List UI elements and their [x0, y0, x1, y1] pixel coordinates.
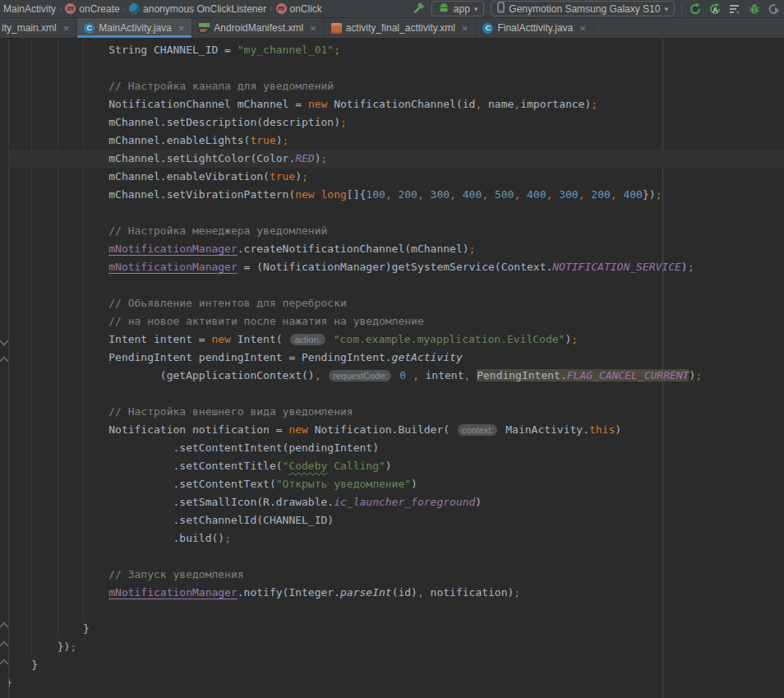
code-line[interactable]: }); [0, 638, 784, 656]
code-token: }) [58, 640, 71, 653]
code-line[interactable]: .build(); [0, 529, 784, 548]
code-line[interactable]: mChannel.setDescription(description); [0, 113, 784, 132]
code-line[interactable]: .setContentIntent(pendingIntent) [0, 439, 784, 457]
code-line[interactable] [0, 59, 784, 77]
indent [6, 134, 108, 146]
code-line[interactable]: // Настройка канала для уведомлений [0, 77, 784, 95]
breadcrumb-label: anonymous OnClickListener [143, 3, 266, 15]
breadcrumb-item[interactable]: anonymous OnClickListener [127, 3, 268, 15]
run-toolbar: app ▾ Genymotion Samsung Galaxy S10 ▾ [408, 0, 784, 18]
attach-debugger-icon[interactable] [745, 1, 764, 17]
code-line[interactable]: // Настройка внешнего вида уведомления [0, 403, 784, 421]
close-tab-icon[interactable]: × [63, 23, 70, 34]
rerun-activity-icon[interactable] [685, 1, 705, 17]
code-line[interactable]: .setSmallIcon(R.drawable.ic_launcher_for… [0, 493, 784, 511]
code-line[interactable] [0, 276, 784, 294]
code-line[interactable]: mNotificationManager.notify(Integer.pars… [0, 584, 784, 602]
param-hint-chip: context: [458, 424, 498, 436]
tab-mainactivity-java[interactable]: CMainActivity.java× [77, 18, 192, 38]
run-config-combo[interactable]: app ▾ [431, 1, 485, 16]
code-line[interactable]: mNotificationManager = (NotificationMana… [0, 258, 784, 276]
indent [6, 640, 58, 653]
breadcrumb-label: onClick [290, 3, 322, 15]
code-token: PendingIntent pendingIntent = PendingInt… [108, 351, 391, 363]
code-line[interactable]: PendingIntent pendingIntent = PendingInt… [0, 349, 784, 367]
tab-ity-main-xml[interactable]: ity_main.xml× [0, 18, 77, 38]
breadcrumb-separator-icon: › [59, 4, 62, 13]
fold-marker-icon[interactable] [1, 658, 7, 664]
code-line[interactable] [0, 385, 784, 403]
code-token: MainActivity. [499, 423, 589, 436]
code-token: .setContentTitle( [173, 460, 283, 472]
code-line[interactable]: // Запуск уведомления [0, 566, 784, 584]
code-token: Intent( [231, 333, 288, 345]
code-token: ) [615, 423, 621, 436]
code-token: ) [295, 170, 302, 183]
code-line[interactable]: // Настройка менеджера уведомлений [0, 222, 784, 240]
close-tab-icon[interactable]: × [462, 23, 468, 34]
code-line[interactable]: .setContentTitle("Codeby Calling") [0, 457, 784, 475]
indent [6, 224, 108, 237]
apply-code-changes-icon[interactable]: A [705, 1, 725, 17]
code-line[interactable] [0, 602, 784, 620]
code-line[interactable]: (getApplicationContext(), requestCode: 0… [0, 367, 784, 385]
code-line[interactable]: mChannel.setVibrationPattern(new long[]{… [0, 186, 784, 204]
code-token: Codeby [288, 460, 327, 472]
code-line[interactable]: // на новое активити после нажатия на ув… [0, 312, 784, 331]
code-line[interactable]: } [0, 656, 784, 674]
code-editor[interactable]: String CHANNEL_ID = "my_channel_01"; // … [0, 39, 784, 698]
fold-marker-icon[interactable] [1, 338, 7, 344]
tab-finalacttivity-java[interactable]: CFinalActtivity.java× [476, 18, 593, 38]
tab-label: MainActivity.java [99, 22, 171, 34]
code-line[interactable]: } [0, 620, 784, 638]
indent [6, 297, 108, 309]
code-line[interactable]: mNotificationManager.createNotificationC… [0, 240, 784, 258]
indent [6, 496, 173, 508]
code-line[interactable]: .setChannelId(CHANNEL_ID) [0, 511, 784, 529]
code-token: long [321, 188, 347, 201]
device-selector-combo[interactable]: Genymotion Samsung Galaxy S10 ▾ [491, 1, 675, 16]
code-lines[interactable]: String CHANNEL_ID = "my_channel_01"; // … [0, 41, 784, 692]
code-token: mChannel.setLightColor(Color. [108, 152, 295, 164]
breadcrumb-item[interactable]: MainActivity [2, 3, 58, 15]
code-line[interactable]: .setContentText("Открыть уведомление") [0, 475, 784, 493]
indent [6, 333, 108, 345]
build-hammer-icon[interactable] [408, 1, 428, 17]
code-token [406, 369, 413, 381]
breadcrumb-label: MainActivity [3, 3, 56, 15]
code-token: ; [340, 116, 347, 128]
code-token: new [211, 333, 230, 345]
code-token: Intent intent = [108, 333, 211, 345]
code-token: ; [656, 188, 662, 201]
breadcrumb-item[interactable]: monClick [274, 3, 324, 15]
code-token: Notification.Builder( [308, 423, 456, 436]
code-line[interactable] [0, 204, 784, 222]
fold-marker-icon[interactable] [1, 355, 7, 362]
tab-activity-final-acttivity-xml[interactable]: activity_final_acttivity.xml× [325, 18, 477, 38]
code-line[interactable]: // Обьявление интентов для переброски [0, 294, 784, 312]
code-token: name [482, 98, 514, 110]
code-line[interactable] [0, 548, 784, 566]
close-tab-icon[interactable]: × [178, 23, 185, 34]
code-line[interactable]: NotificationChannel mChannel = new Notif… [0, 95, 784, 113]
close-tab-icon[interactable]: × [579, 23, 586, 34]
code-token: , [482, 188, 488, 201]
code-token: // Настройка менеджера уведомлений [108, 224, 327, 237]
close-tab-icon[interactable]: × [310, 23, 316, 34]
breadcrumb-item[interactable]: monCreate [63, 3, 121, 15]
code-line[interactable]: mChannel.enableVibration(true); [0, 168, 784, 186]
indent [6, 405, 108, 418]
fold-marker-icon[interactable] [1, 621, 7, 627]
code-line[interactable]: String CHANNEL_ID = "my_channel_01"; [0, 41, 784, 59]
code-line-current[interactable]: mChannel.setLightColor(Color.RED); [0, 150, 784, 168]
code-line[interactable]: mChannel.enableLights(true); [0, 132, 784, 150]
code-token: "Открыть уведомление" [276, 478, 411, 490]
method-icon: m [65, 3, 76, 14]
fold-marker-icon[interactable] [1, 640, 7, 646]
code-line[interactable]: } [0, 674, 784, 692]
code-line[interactable]: Notification notification = new Notifica… [0, 421, 784, 439]
profiler-icon[interactable] [725, 1, 745, 17]
tab-androidmanifest-xml[interactable]: MFAndroidManifest.xml× [192, 18, 324, 38]
code-line[interactable]: Intent intent = new Intent( action: "com… [0, 331, 784, 349]
method-icon: m [276, 3, 287, 14]
